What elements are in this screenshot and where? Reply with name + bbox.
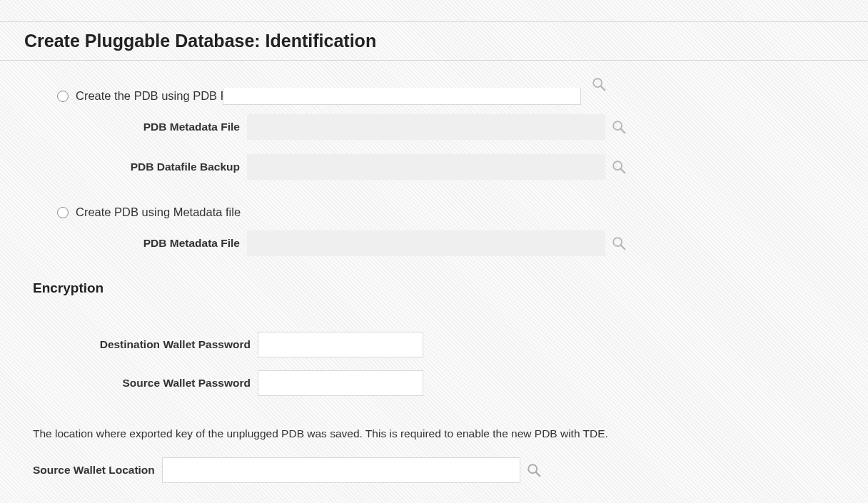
encryption-heading: Encryption bbox=[33, 280, 835, 296]
label-pdb-metadata-file-2: PDB Metadata File bbox=[33, 237, 247, 250]
search-icon[interactable] bbox=[611, 235, 627, 251]
label-src-wallet-password: Source Wallet Password bbox=[33, 377, 258, 390]
input-src-wallet-location[interactable] bbox=[162, 457, 520, 483]
encryption-help-text: The location where exported key of the u… bbox=[33, 427, 835, 440]
search-icon[interactable] bbox=[611, 159, 627, 175]
input-dest-wallet-password[interactable] bbox=[258, 332, 423, 357]
label-pdb-datafile-backup: PDB Datafile Backup bbox=[33, 161, 247, 173]
label-src-wallet-location: Source Wallet Location bbox=[33, 464, 162, 477]
upper-partial-input[interactable] bbox=[223, 88, 581, 105]
input-pdb-datafile-backup bbox=[247, 154, 605, 180]
search-icon[interactable] bbox=[591, 76, 607, 92]
input-pdb-metadata-file-2 bbox=[247, 230, 605, 256]
radio-label-metadata: Create PDB using Metadata file bbox=[76, 205, 241, 219]
radio-create-pdb-metadata-file[interactable] bbox=[57, 207, 69, 218]
radio-create-pdb-file-set[interactable] bbox=[57, 91, 69, 102]
title-divider bbox=[0, 60, 868, 61]
page-title: Create Pluggable Database: Identificatio… bbox=[0, 22, 868, 60]
input-pdb-metadata-file-1 bbox=[247, 114, 605, 140]
search-icon[interactable] bbox=[526, 462, 542, 478]
search-icon[interactable] bbox=[611, 119, 627, 135]
input-src-wallet-password[interactable] bbox=[258, 370, 423, 396]
label-dest-wallet-password: Destination Wallet Password bbox=[33, 338, 258, 351]
label-pdb-metadata-file-1: PDB Metadata File bbox=[33, 121, 247, 133]
